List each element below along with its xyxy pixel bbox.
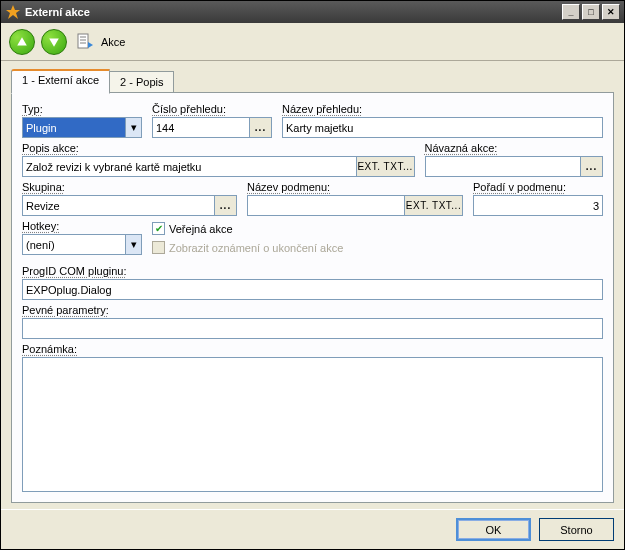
navazna-label: Návazná akce: (425, 142, 603, 154)
oznam-checkbox: Zobrazit oznámení o ukončení akce (152, 241, 343, 254)
poznamka-textarea[interactable] (22, 357, 603, 492)
minimize-button[interactable]: _ (562, 4, 580, 20)
cislo-label: Číslo přehledu: (152, 103, 272, 115)
cislo-input[interactable]: 144 (152, 117, 250, 138)
checkmark-icon: ✔ (152, 222, 165, 235)
tab-popis[interactable]: 2 - Popis (110, 71, 174, 93)
footer: OK Storno (1, 509, 624, 549)
nazev-label: Název přehledu: (282, 103, 603, 115)
nazevpod-ext-button[interactable]: EXT. TXT... (405, 195, 463, 216)
verejna-checkbox[interactable]: ✔ Veřejná akce (152, 222, 343, 235)
dialog-window: Externí akce _ □ ✕ Akce 1 - Externí akce… (0, 0, 625, 550)
verejna-label: Veřejná akce (169, 223, 233, 235)
skupina-browse-button[interactable]: ... (215, 195, 237, 216)
cancel-button[interactable]: Storno (539, 518, 614, 541)
maximize-button[interactable]: □ (582, 4, 600, 20)
hotkey-label: Hotkey: (22, 220, 142, 232)
checkbox-empty-icon (152, 241, 165, 254)
toolbar: Akce (1, 23, 624, 61)
window-controls: _ □ ✕ (562, 4, 620, 20)
svg-marker-7 (88, 42, 93, 48)
down-button[interactable] (41, 29, 67, 55)
tabstrip: 1 - Externí akce 2 - Popis (11, 69, 614, 93)
titlebar: Externí akce _ □ ✕ (1, 1, 624, 23)
poznamka-label: Poznámka: (22, 343, 603, 355)
svg-marker-1 (17, 37, 27, 45)
popis-input[interactable]: Založ revizi k vybrané kartě majetku (22, 156, 357, 177)
app-icon (5, 4, 21, 20)
up-button[interactable] (9, 29, 35, 55)
progid-label: ProgID COM pluginu: (22, 265, 603, 277)
hotkey-select[interactable]: (není) ▾ (22, 234, 142, 255)
popis-ext-button[interactable]: EXT. TXT... (357, 156, 415, 177)
chevron-down-icon[interactable]: ▾ (125, 117, 142, 138)
progid-input[interactable]: EXPOplug.Dialog (22, 279, 603, 300)
svg-marker-0 (6, 5, 20, 19)
popis-label: Popis akce: (22, 142, 415, 154)
cislo-browse-button[interactable]: ... (250, 117, 272, 138)
nazev-value: Karty majetku (282, 117, 603, 138)
tab-panel: Typ: Plugin ▾ Číslo přehledu: 144 ... Ná… (11, 92, 614, 503)
pevne-input[interactable] (22, 318, 603, 339)
hotkey-value: (není) (22, 234, 125, 255)
document-icon[interactable] (73, 31, 95, 53)
typ-value: Plugin (22, 117, 125, 138)
content-area: 1 - Externí akce 2 - Popis Typ: Plugin ▾… (1, 61, 624, 509)
nazevpod-input[interactable] (247, 195, 405, 216)
tab-externi-akce[interactable]: 1 - Externí akce (11, 69, 110, 94)
nazevpod-label: Název podmenu: (247, 181, 463, 193)
svg-rect-3 (78, 34, 88, 48)
navazna-browse-button[interactable]: ... (581, 156, 603, 177)
navazna-input[interactable] (425, 156, 581, 177)
window-title: Externí akce (25, 6, 562, 18)
close-button[interactable]: ✕ (602, 4, 620, 20)
toolbar-label: Akce (101, 36, 125, 48)
pevne-label: Pevné parametry: (22, 304, 603, 316)
skupina-input[interactable]: Revize (22, 195, 215, 216)
ok-button[interactable]: OK (456, 518, 531, 541)
typ-label: Typ: (22, 103, 142, 115)
poradi-label: Pořadí v podmenu: (473, 181, 603, 193)
chevron-down-icon[interactable]: ▾ (125, 234, 142, 255)
svg-marker-2 (49, 38, 59, 46)
poradi-input[interactable]: 3 (473, 195, 603, 216)
skupina-label: Skupina: (22, 181, 237, 193)
typ-select[interactable]: Plugin ▾ (22, 117, 142, 138)
oznam-label: Zobrazit oznámení o ukončení akce (169, 242, 343, 254)
